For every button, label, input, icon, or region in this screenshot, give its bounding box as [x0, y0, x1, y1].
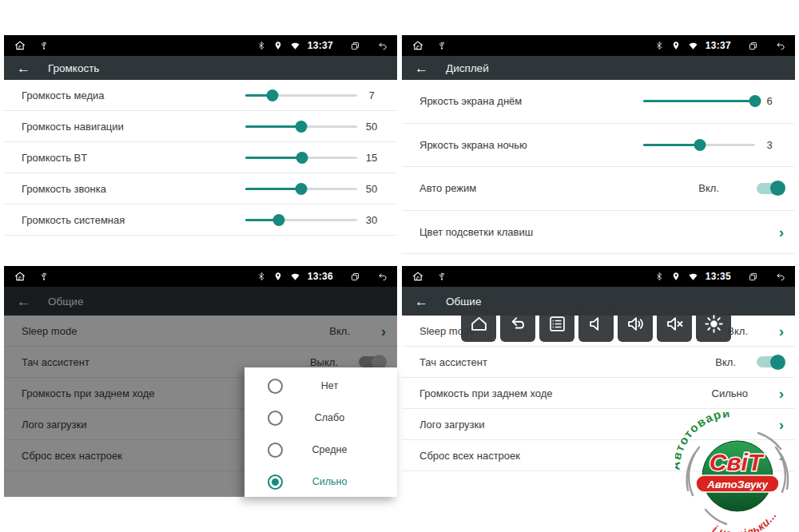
recents-icon[interactable]: [350, 272, 360, 282]
location-icon: [273, 41, 283, 50]
radio-icon[interactable]: [268, 379, 283, 394]
setting-value: 50: [357, 183, 386, 195]
ring-volume-slider[interactable]: [245, 182, 357, 195]
setting-value: Вкл.: [698, 182, 719, 194]
setting-row-touch-assistant[interactable]: Тач ассистент Вкл.: [402, 347, 795, 378]
bluetooth-icon: [256, 272, 266, 281]
back-icon[interactable]: [775, 41, 785, 51]
home-icon[interactable]: [411, 270, 424, 283]
setting-value: 15: [357, 152, 386, 164]
radio-icon[interactable]: [268, 411, 283, 426]
back-icon[interactable]: [377, 272, 388, 282]
back-icon[interactable]: [775, 272, 785, 282]
back-arrow-icon[interactable]: [415, 295, 428, 308]
setting-label: Громкость медиа: [22, 89, 245, 101]
dialog-option-medium[interactable]: Средне: [244, 434, 397, 466]
chevron-right-icon: [774, 324, 784, 339]
app-bar: Дисплей: [402, 56, 795, 80]
home-button[interactable]: [461, 305, 496, 342]
clock: 13:36: [308, 271, 333, 282]
media-volume-slider[interactable]: [245, 89, 357, 101]
volume-mute-button[interactable]: [657, 305, 692, 342]
setting-value: 30: [357, 214, 386, 226]
setting-label: Громкость BT: [22, 152, 245, 164]
logo-banner-text: АвтоЗвуку: [706, 478, 769, 490]
setting-value: Сильно: [712, 387, 748, 399]
setting-label: Тач ассистент: [419, 356, 715, 368]
bluetooth-icon: [654, 272, 664, 281]
home-icon[interactable]: [14, 270, 26, 283]
setting-row-system-volume[interactable]: Громкость системная 30: [4, 204, 397, 236]
back-arrow-icon[interactable]: [415, 62, 428, 75]
app-bar: Громкость: [4, 56, 397, 80]
brightness-button[interactable]: [696, 305, 731, 342]
wifi-icon: [290, 41, 300, 51]
back-button[interactable]: [500, 305, 535, 342]
system-volume-slider[interactable]: [245, 213, 357, 226]
nav-volume-slider[interactable]: [245, 120, 357, 133]
dialog-option-weak[interactable]: Слабо: [244, 402, 397, 434]
volume-up-button[interactable]: [618, 305, 653, 342]
reverse-volume-dialog: Нет Слабо Средне Сильно: [244, 367, 397, 497]
setting-row-ring-volume[interactable]: Громкость звонка 50: [4, 173, 397, 204]
location-icon: [671, 272, 681, 281]
setting-label: Громкость при заднем ходе: [419, 387, 712, 399]
wifi-icon: [688, 41, 698, 51]
setting-label: Громкость навигации: [22, 121, 245, 133]
home-icon[interactable]: [411, 39, 424, 52]
setting-row-auto-mode[interactable]: Авто режим Вкл.: [402, 167, 795, 211]
chevron-right-icon: [774, 386, 784, 401]
night-brightness-slider[interactable]: [643, 138, 755, 151]
option-label: Сильно: [283, 476, 376, 487]
list-button[interactable]: [539, 305, 574, 342]
home-icon[interactable]: [14, 39, 26, 52]
setting-row-nav-volume[interactable]: Громкость навигации 50: [4, 111, 397, 142]
recents-icon[interactable]: [748, 41, 758, 51]
setting-row-day-brightness[interactable]: Яркость экрана днём 6: [402, 80, 795, 124]
setting-label: Цвет подсветки клавиш: [419, 226, 774, 238]
setting-value: 50: [357, 121, 386, 133]
back-icon[interactable]: [377, 41, 388, 51]
logo-arc-bottom-text: і не тільки...: [711, 510, 779, 532]
setting-value: Вкл.: [715, 356, 736, 368]
chevron-right-icon: [774, 224, 784, 240]
setting-label: Яркость экрана днём: [419, 95, 643, 107]
location-icon: [273, 272, 283, 281]
page-title: Дисплей: [446, 62, 489, 74]
setting-value: 7: [357, 89, 386, 101]
setting-row-reverse-volume[interactable]: Громкость при заднем ходе Сильно: [402, 378, 795, 409]
clock: 13:37: [706, 40, 731, 51]
touch-assistant-toggle[interactable]: [757, 356, 784, 367]
usb-icon: [39, 41, 49, 50]
setting-row-media-volume[interactable]: Громкость медиа 7: [4, 80, 397, 111]
volume-down-button[interactable]: [578, 305, 614, 342]
radio-icon[interactable]: [268, 443, 283, 458]
watermark-logo: Автотовари СвіТ АвтоЗвуку і не тільки...: [675, 412, 793, 532]
status-bar: 13:37: [402, 35, 795, 56]
setting-row-key-backlight-color[interactable]: Цвет подсветки клавиш: [402, 211, 795, 255]
usb-icon: [39, 272, 49, 281]
wifi-icon: [688, 272, 698, 282]
bluetooth-icon: [654, 41, 664, 50]
dialog-option-none[interactable]: Нет: [244, 370, 397, 402]
status-bar: 13:36: [4, 266, 397, 287]
option-label: Слабо: [283, 412, 376, 423]
usb-icon: [437, 272, 447, 281]
auto-mode-toggle[interactable]: [757, 183, 784, 194]
dialog-option-strong[interactable]: Сильно: [244, 466, 397, 498]
recents-icon[interactable]: [748, 272, 758, 282]
setting-label: Громкость системная: [22, 214, 245, 226]
setting-value: 3: [755, 139, 784, 151]
recents-icon[interactable]: [350, 41, 360, 51]
setting-row-night-brightness[interactable]: Яркость экрана ночью 3: [402, 124, 795, 168]
option-label: Средне: [283, 444, 376, 455]
status-bar: 13:35: [402, 266, 795, 287]
logo-brand-text: СвіТ: [710, 449, 765, 475]
radio-icon[interactable]: [268, 474, 283, 490]
setting-label: Громкость звонка: [22, 183, 245, 195]
panel-display-settings: 13:37 Дисплей Яркость экрана днём 6 Ярко…: [402, 35, 795, 256]
day-brightness-slider[interactable]: [643, 95, 755, 108]
setting-row-bt-volume[interactable]: Громкость BT 15: [4, 142, 397, 173]
back-arrow-icon[interactable]: [17, 62, 30, 75]
bt-volume-slider[interactable]: [245, 151, 357, 164]
